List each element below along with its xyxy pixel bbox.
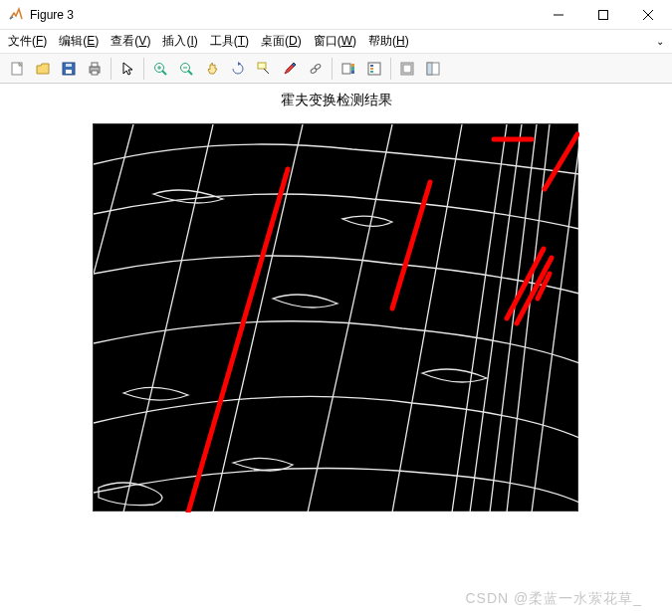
svg-point-20 xyxy=(310,67,317,73)
menu-view[interactable]: 查看(V) xyxy=(111,33,150,50)
svg-rect-18 xyxy=(258,63,266,69)
toolbar-separator xyxy=(143,58,144,80)
svg-rect-10 xyxy=(92,71,98,75)
new-figure-button[interactable] xyxy=(5,57,29,81)
legend-button[interactable] xyxy=(362,57,386,81)
print-button[interactable] xyxy=(83,57,107,81)
svg-line-19 xyxy=(264,69,269,74)
toolbar xyxy=(0,54,672,84)
svg-rect-1 xyxy=(598,10,607,19)
menu-help[interactable]: 帮助(H) xyxy=(368,33,409,50)
menu-insert[interactable]: 插入(I) xyxy=(162,33,197,50)
brush-button[interactable] xyxy=(278,57,302,81)
close-button[interactable] xyxy=(625,0,670,29)
menu-desktop[interactable]: 桌面(D) xyxy=(261,33,302,50)
maximize-button[interactable] xyxy=(580,0,625,29)
hide-tools-button[interactable] xyxy=(395,57,419,81)
svg-rect-26 xyxy=(368,63,380,75)
dock-button[interactable] xyxy=(421,57,445,81)
open-button[interactable] xyxy=(31,57,55,81)
link-button[interactable] xyxy=(304,57,328,81)
menu-file[interactable]: 文件(F) xyxy=(8,33,47,50)
figure-title: 霍夫变换检测结果 xyxy=(0,84,672,109)
svg-line-37 xyxy=(545,134,577,189)
svg-rect-25 xyxy=(351,71,354,74)
window-title: Figure 3 xyxy=(30,8,536,22)
data-cursor-button[interactable] xyxy=(252,57,276,81)
save-button[interactable] xyxy=(57,57,81,81)
menu-tools[interactable]: 工具(T) xyxy=(210,33,249,50)
svg-rect-24 xyxy=(351,64,354,67)
pan-button[interactable] xyxy=(200,57,224,81)
svg-rect-22 xyxy=(342,64,350,74)
title-bar: Figure 3 xyxy=(0,0,672,30)
pointer-button[interactable] xyxy=(115,57,139,81)
svg-point-21 xyxy=(314,63,321,69)
toolbar-separator xyxy=(390,58,391,80)
toolbar-separator xyxy=(332,58,333,80)
svg-rect-31 xyxy=(403,65,411,73)
svg-line-12 xyxy=(162,71,166,75)
menu-bar: 文件(F) 编辑(E) 查看(V) 插入(I) 工具(T) 桌面(D) 窗口(W… xyxy=(0,30,672,54)
svg-rect-7 xyxy=(66,64,72,67)
figure-canvas: 霍夫变换检测结果 xyxy=(0,84,672,616)
svg-rect-9 xyxy=(92,63,98,67)
rotate-button[interactable] xyxy=(226,57,250,81)
svg-line-16 xyxy=(188,71,192,75)
minimize-button[interactable] xyxy=(536,0,580,29)
menu-edit[interactable]: 编辑(E) xyxy=(59,33,99,50)
toolbar-separator xyxy=(111,58,112,80)
zoom-out-button[interactable] xyxy=(174,57,198,81)
zoom-in-button[interactable] xyxy=(148,57,172,81)
menu-more-icon[interactable]: ⌄ xyxy=(656,36,664,47)
svg-rect-6 xyxy=(66,70,72,74)
menu-window[interactable]: 窗口(W) xyxy=(314,33,356,50)
matlab-icon xyxy=(8,7,24,23)
colorbar-button[interactable] xyxy=(336,57,360,81)
watermark-text: CSDN @柔蓝一水萦花草_ xyxy=(465,590,642,608)
svg-rect-33 xyxy=(427,63,432,75)
axes-image[interactable] xyxy=(93,123,578,512)
